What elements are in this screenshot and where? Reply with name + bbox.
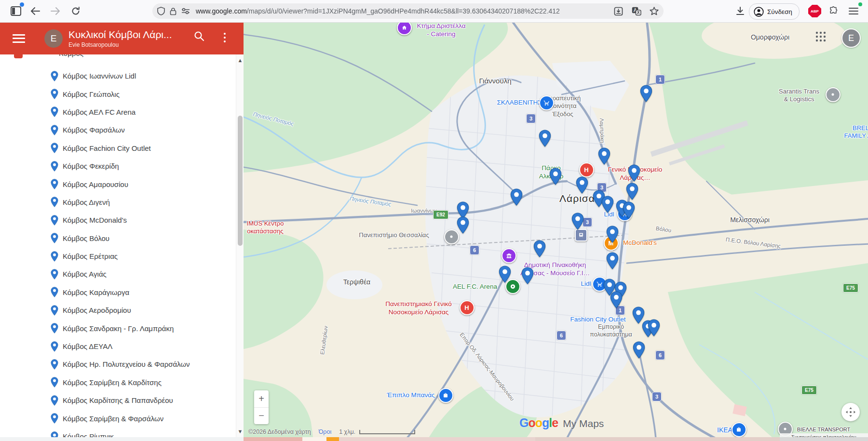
hospital-pin[interactable]: H (460, 300, 475, 315)
map-canvas[interactable]: Κτήμα Δριστέλλα- CateringΣΚΛΑΒΕΝΙΤΗΣΘερα… (244, 22, 868, 441)
sidebar-place-item[interactable]: Κόμβος Ηρ. Πολυτεχνείου & Φαρσάλων (0, 355, 244, 373)
map-pin[interactable] (633, 341, 645, 359)
furniture-store-pin[interactable] (438, 388, 453, 403)
google-apps-grid-icon[interactable] (815, 31, 827, 44)
hamburger-menu-icon[interactable] (13, 34, 25, 43)
map-label: Πανεπιστήμιο Θεσσαλίας (359, 231, 429, 239)
road-shield: 6 (556, 331, 566, 340)
scroll-up-icon[interactable]: ▲ (237, 57, 243, 63)
map-pin[interactable] (539, 130, 551, 147)
map-pin[interactable] (499, 266, 511, 283)
sidebar-scrollbar[interactable]: ▲ ▼ (236, 54, 244, 437)
terms-link[interactable]: Όροι (319, 428, 332, 435)
menu-icon[interactable] (846, 4, 861, 18)
account-avatar[interactable]: E (841, 28, 861, 48)
sidebar-place-item[interactable]: Κόμβος Ρίμπνικ (0, 428, 244, 437)
map-label: Επαρ.Οδ. Λάρισας-Μαυροβουνίου (458, 332, 515, 402)
sidebar-place-item[interactable]: Κόμβος Αμαρουσίου (0, 175, 244, 193)
lock-icon[interactable] (170, 7, 176, 15)
sidebar-place-item[interactable]: Κόμβος McDonald's (0, 211, 244, 229)
map-label: Έπιπλο Μπανάς (387, 391, 434, 400)
map-pin[interactable] (549, 168, 562, 185)
shield-icon[interactable] (157, 7, 165, 15)
map-pin[interactable] (457, 216, 469, 234)
pan-control-icon[interactable] (841, 403, 860, 421)
sidebar-place-item[interactable]: Κόμβος Σανδρακη - Γρ. Λαμπράκη (0, 319, 244, 337)
sidebar-place-item[interactable]: Κόμβος Γεώπολις (0, 85, 244, 103)
sidebar-place-item[interactable]: Κόμβος Αγιάς (0, 265, 244, 283)
ikea-pin[interactable] (732, 422, 746, 437)
scale-label: 1 χλμ. (339, 428, 355, 435)
sidebar-place-item[interactable]: Κόμβος Φεκερίδη (0, 157, 244, 175)
url-bar[interactable]: www.google.com/maps/d/u/0/viewer?mid=1JX… (152, 3, 664, 19)
sidebar-place-item[interactable]: Κόμβος Φαρσάλων (0, 121, 244, 139)
map-pin[interactable] (521, 267, 534, 284)
place-pin-icon (51, 359, 58, 370)
sidebar-place-item[interactable]: Κόμβος Καράγιωργα (0, 283, 244, 301)
place-pin-icon (51, 89, 58, 99)
supermarket-pin[interactable] (539, 95, 554, 110)
translate-icon[interactable]: A (632, 7, 641, 16)
sidebar-place-item[interactable]: Κόμβος Αεροδρομίου (0, 301, 244, 319)
scroll-down-icon[interactable]: ▼ (237, 428, 243, 434)
museum-pin[interactable] (502, 248, 516, 263)
map-pin[interactable] (606, 252, 619, 269)
map-pin[interactable] (571, 213, 584, 230)
forward-button[interactable] (48, 4, 63, 18)
bookmark-star-icon[interactable] (650, 7, 659, 15)
reload-button[interactable] (68, 4, 83, 18)
save-page-icon[interactable] (614, 7, 623, 16)
scrollbar-thumb[interactable] (238, 116, 243, 246)
adblock-plus-icon[interactable]: ABP (808, 5, 821, 17)
bottom-clipped-strip (0, 437, 868, 441)
estate-pin[interactable] (397, 22, 412, 35)
sidebar-place-item[interactable]: Κόμβος Βόλου (0, 229, 244, 247)
sidebar-place-item[interactable]: Κόμβος ΔΕΥΑΛ (0, 337, 244, 355)
place-pin-icon (51, 377, 58, 388)
map-label: McDonald's (623, 239, 657, 247)
map-pin[interactable] (606, 226, 619, 243)
back-button[interactable] (28, 4, 42, 18)
map-pin[interactable] (601, 196, 614, 213)
notification-dot (20, 2, 24, 7)
map-pin[interactable] (610, 291, 623, 308)
map-pin[interactable] (623, 201, 635, 219)
sidebar-place-item[interactable]: Κόμβος Σαρίμβεη & Φαρσάλων (0, 409, 244, 427)
permissions-icon[interactable] (181, 8, 190, 14)
map-label: Π.Ε.Ο. Βόλου Λαρίσης (725, 236, 781, 250)
hospital-pin[interactable]: H (579, 162, 594, 177)
signin-button[interactable]: Σύνδεση (749, 3, 800, 20)
sidebar-toggle-icon[interactable] (9, 4, 23, 18)
place-pin-icon (51, 143, 58, 153)
map-label: AEL F.C. Arena (453, 283, 497, 291)
map-pin[interactable] (628, 164, 640, 182)
owner-avatar[interactable]: E (44, 29, 63, 48)
downloads-icon[interactable] (733, 4, 747, 18)
logistics-pin[interactable] (826, 87, 841, 102)
map-pin[interactable] (598, 147, 610, 165)
map-label: Lidl (581, 280, 591, 288)
place-pin-icon (51, 269, 58, 280)
map-pin[interactable] (640, 85, 652, 102)
road-shield: 6 (655, 350, 665, 360)
train-station-pin[interactable] (575, 229, 587, 241)
sidebar-place-item[interactable]: Κόμβος Ερέτριας (0, 247, 244, 265)
sidebar-place-item[interactable]: Κόμβος ΑΕΛ FC Arena (0, 103, 244, 121)
sidebar-place-item[interactable]: Κόμβος Σαρίμβεη & Καρδίτσης (0, 374, 244, 391)
sidebar-place-item[interactable]: Κόμβος Fachion City Outlet (0, 139, 244, 157)
sidebar-place-item[interactable]: Κόμβος Ιωαννίνων Lidl (0, 67, 244, 85)
zoom-in-button[interactable]: + (254, 390, 269, 408)
map-pin[interactable] (510, 188, 523, 206)
place-label: Κόμβος Καρδίτσης & Παπανδρέου (63, 396, 173, 404)
search-icon[interactable] (194, 31, 204, 43)
extensions-puzzle-icon[interactable] (826, 4, 841, 18)
map-pin[interactable] (576, 176, 588, 194)
zoom-out-button[interactable]: − (254, 408, 269, 425)
map-pin[interactable] (626, 183, 638, 200)
more-options-icon[interactable] (221, 29, 229, 46)
sidebar-place-item[interactable]: Κόμβος Διγενή (0, 193, 244, 211)
map-pin[interactable] (648, 319, 660, 336)
place-pin-icon (51, 161, 58, 172)
sidebar-place-item[interactable]: Κόμβος Καρδίτσης & Παπανδρέου (0, 391, 244, 409)
map-pin[interactable] (533, 240, 546, 257)
